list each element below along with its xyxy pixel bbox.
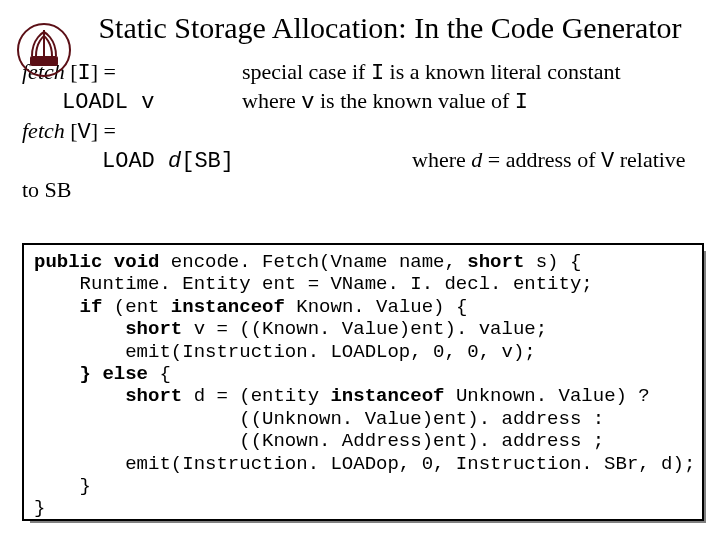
code-content: public void encode. Fetch(Vname name, sh… — [22, 243, 704, 521]
spec-line-4-lhs: LOAD d[SB] — [22, 146, 412, 176]
spec-line-2-lhs: LOADL v — [22, 87, 242, 117]
code-block: public void encode. Fetch(Vname name, sh… — [22, 243, 704, 521]
slide: Static Storage Allocation: In the Code G… — [0, 0, 720, 540]
spec-line-1-rhs: special case if I is a known literal con… — [242, 58, 702, 88]
slide-title: Static Storage Allocation: In the Code G… — [78, 12, 702, 44]
specification-block: fetch [I] = special case if I is a known… — [22, 58, 702, 204]
spec-line-3-lhs: fetch [V] = — [22, 117, 242, 147]
spec-line-5: to SB — [22, 176, 702, 204]
spec-line-4-rhs: where d = address of V relative — [412, 146, 702, 176]
svg-rect-1 — [30, 56, 58, 66]
spec-line-2-rhs: where v is the known value of I — [242, 87, 702, 117]
university-crest-logo — [16, 22, 72, 78]
